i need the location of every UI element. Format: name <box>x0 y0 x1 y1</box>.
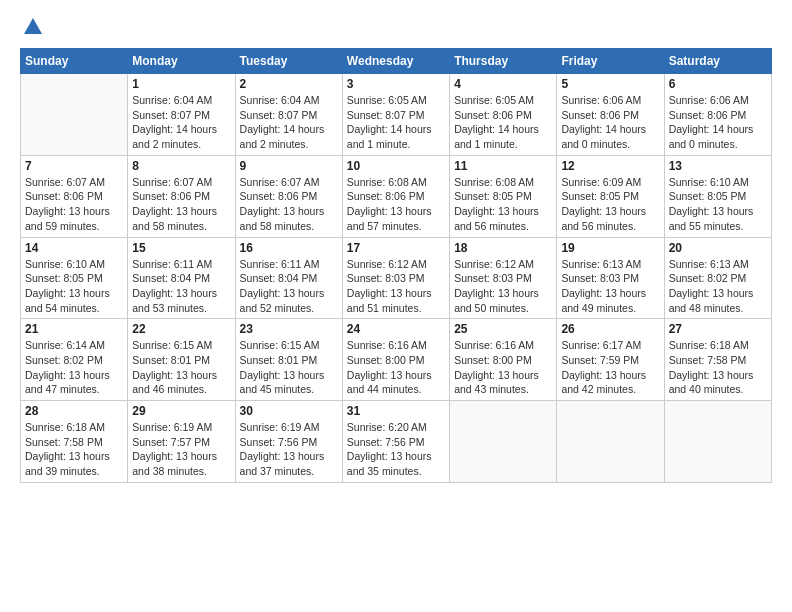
calendar-cell: 9Sunrise: 6:07 AMSunset: 8:06 PMDaylight… <box>235 155 342 237</box>
day-number: 9 <box>240 159 338 173</box>
day-info: Sunrise: 6:18 AMSunset: 7:58 PMDaylight:… <box>669 338 767 397</box>
calendar-cell <box>21 74 128 156</box>
day-info: Sunrise: 6:08 AMSunset: 8:05 PMDaylight:… <box>454 175 552 234</box>
weekday-header-wednesday: Wednesday <box>342 49 449 74</box>
day-info: Sunrise: 6:11 AMSunset: 8:04 PMDaylight:… <box>240 257 338 316</box>
day-info: Sunrise: 6:07 AMSunset: 8:06 PMDaylight:… <box>240 175 338 234</box>
day-info: Sunrise: 6:13 AMSunset: 8:02 PMDaylight:… <box>669 257 767 316</box>
week-row-2: 7Sunrise: 6:07 AMSunset: 8:06 PMDaylight… <box>21 155 772 237</box>
day-info: Sunrise: 6:06 AMSunset: 8:06 PMDaylight:… <box>561 93 659 152</box>
calendar-cell: 7Sunrise: 6:07 AMSunset: 8:06 PMDaylight… <box>21 155 128 237</box>
day-info: Sunrise: 6:04 AMSunset: 8:07 PMDaylight:… <box>240 93 338 152</box>
calendar-cell: 14Sunrise: 6:10 AMSunset: 8:05 PMDayligh… <box>21 237 128 319</box>
day-info: Sunrise: 6:12 AMSunset: 8:03 PMDaylight:… <box>347 257 445 316</box>
weekday-header-row: SundayMondayTuesdayWednesdayThursdayFrid… <box>21 49 772 74</box>
day-number: 25 <box>454 322 552 336</box>
calendar-cell: 4Sunrise: 6:05 AMSunset: 8:06 PMDaylight… <box>450 74 557 156</box>
day-number: 13 <box>669 159 767 173</box>
week-row-4: 21Sunrise: 6:14 AMSunset: 8:02 PMDayligh… <box>21 319 772 401</box>
day-info: Sunrise: 6:05 AMSunset: 8:06 PMDaylight:… <box>454 93 552 152</box>
day-info: Sunrise: 6:15 AMSunset: 8:01 PMDaylight:… <box>240 338 338 397</box>
calendar-cell: 1Sunrise: 6:04 AMSunset: 8:07 PMDaylight… <box>128 74 235 156</box>
day-number: 26 <box>561 322 659 336</box>
day-info: Sunrise: 6:16 AMSunset: 8:00 PMDaylight:… <box>454 338 552 397</box>
week-row-1: 1Sunrise: 6:04 AMSunset: 8:07 PMDaylight… <box>21 74 772 156</box>
day-info: Sunrise: 6:19 AMSunset: 7:56 PMDaylight:… <box>240 420 338 479</box>
day-number: 18 <box>454 241 552 255</box>
calendar-cell: 23Sunrise: 6:15 AMSunset: 8:01 PMDayligh… <box>235 319 342 401</box>
day-info: Sunrise: 6:15 AMSunset: 8:01 PMDaylight:… <box>132 338 230 397</box>
calendar-cell: 8Sunrise: 6:07 AMSunset: 8:06 PMDaylight… <box>128 155 235 237</box>
day-number: 28 <box>25 404 123 418</box>
weekday-header-sunday: Sunday <box>21 49 128 74</box>
day-number: 10 <box>347 159 445 173</box>
calendar-cell: 10Sunrise: 6:08 AMSunset: 8:06 PMDayligh… <box>342 155 449 237</box>
calendar-cell: 30Sunrise: 6:19 AMSunset: 7:56 PMDayligh… <box>235 401 342 483</box>
day-info: Sunrise: 6:13 AMSunset: 8:03 PMDaylight:… <box>561 257 659 316</box>
day-number: 8 <box>132 159 230 173</box>
day-number: 6 <box>669 77 767 91</box>
day-number: 20 <box>669 241 767 255</box>
day-number: 27 <box>669 322 767 336</box>
calendar-cell: 20Sunrise: 6:13 AMSunset: 8:02 PMDayligh… <box>664 237 771 319</box>
calendar-cell: 26Sunrise: 6:17 AMSunset: 7:59 PMDayligh… <box>557 319 664 401</box>
day-number: 5 <box>561 77 659 91</box>
calendar-cell: 31Sunrise: 6:20 AMSunset: 7:56 PMDayligh… <box>342 401 449 483</box>
day-info: Sunrise: 6:16 AMSunset: 8:00 PMDaylight:… <box>347 338 445 397</box>
weekday-header-thursday: Thursday <box>450 49 557 74</box>
calendar-table: SundayMondayTuesdayWednesdayThursdayFrid… <box>20 48 772 483</box>
day-number: 31 <box>347 404 445 418</box>
day-info: Sunrise: 6:18 AMSunset: 7:58 PMDaylight:… <box>25 420 123 479</box>
day-info: Sunrise: 6:09 AMSunset: 8:05 PMDaylight:… <box>561 175 659 234</box>
day-number: 1 <box>132 77 230 91</box>
day-info: Sunrise: 6:10 AMSunset: 8:05 PMDaylight:… <box>669 175 767 234</box>
day-number: 3 <box>347 77 445 91</box>
week-row-3: 14Sunrise: 6:10 AMSunset: 8:05 PMDayligh… <box>21 237 772 319</box>
day-number: 11 <box>454 159 552 173</box>
day-number: 16 <box>240 241 338 255</box>
day-info: Sunrise: 6:11 AMSunset: 8:04 PMDaylight:… <box>132 257 230 316</box>
calendar-cell: 17Sunrise: 6:12 AMSunset: 8:03 PMDayligh… <box>342 237 449 319</box>
calendar-cell: 16Sunrise: 6:11 AMSunset: 8:04 PMDayligh… <box>235 237 342 319</box>
calendar-cell: 3Sunrise: 6:05 AMSunset: 8:07 PMDaylight… <box>342 74 449 156</box>
calendar-cell: 24Sunrise: 6:16 AMSunset: 8:00 PMDayligh… <box>342 319 449 401</box>
calendar-cell: 5Sunrise: 6:06 AMSunset: 8:06 PMDaylight… <box>557 74 664 156</box>
calendar-cell <box>664 401 771 483</box>
calendar-cell: 29Sunrise: 6:19 AMSunset: 7:57 PMDayligh… <box>128 401 235 483</box>
svg-marker-0 <box>24 18 42 34</box>
day-number: 12 <box>561 159 659 173</box>
day-info: Sunrise: 6:17 AMSunset: 7:59 PMDaylight:… <box>561 338 659 397</box>
calendar-cell: 15Sunrise: 6:11 AMSunset: 8:04 PMDayligh… <box>128 237 235 319</box>
calendar-cell: 18Sunrise: 6:12 AMSunset: 8:03 PMDayligh… <box>450 237 557 319</box>
day-info: Sunrise: 6:08 AMSunset: 8:06 PMDaylight:… <box>347 175 445 234</box>
day-number: 21 <box>25 322 123 336</box>
calendar-cell: 22Sunrise: 6:15 AMSunset: 8:01 PMDayligh… <box>128 319 235 401</box>
calendar-cell: 25Sunrise: 6:16 AMSunset: 8:00 PMDayligh… <box>450 319 557 401</box>
day-info: Sunrise: 6:06 AMSunset: 8:06 PMDaylight:… <box>669 93 767 152</box>
calendar-cell: 12Sunrise: 6:09 AMSunset: 8:05 PMDayligh… <box>557 155 664 237</box>
weekday-header-monday: Monday <box>128 49 235 74</box>
day-number: 19 <box>561 241 659 255</box>
day-info: Sunrise: 6:07 AMSunset: 8:06 PMDaylight:… <box>132 175 230 234</box>
day-info: Sunrise: 6:05 AMSunset: 8:07 PMDaylight:… <box>347 93 445 152</box>
page: SundayMondayTuesdayWednesdayThursdayFrid… <box>0 0 792 493</box>
day-info: Sunrise: 6:12 AMSunset: 8:03 PMDaylight:… <box>454 257 552 316</box>
day-info: Sunrise: 6:19 AMSunset: 7:57 PMDaylight:… <box>132 420 230 479</box>
calendar-cell: 11Sunrise: 6:08 AMSunset: 8:05 PMDayligh… <box>450 155 557 237</box>
logo <box>20 16 44 38</box>
day-number: 23 <box>240 322 338 336</box>
calendar-cell: 19Sunrise: 6:13 AMSunset: 8:03 PMDayligh… <box>557 237 664 319</box>
day-info: Sunrise: 6:07 AMSunset: 8:06 PMDaylight:… <box>25 175 123 234</box>
weekday-header-saturday: Saturday <box>664 49 771 74</box>
day-number: 2 <box>240 77 338 91</box>
calendar-cell <box>557 401 664 483</box>
calendar-cell: 6Sunrise: 6:06 AMSunset: 8:06 PMDaylight… <box>664 74 771 156</box>
weekday-header-friday: Friday <box>557 49 664 74</box>
calendar-cell: 27Sunrise: 6:18 AMSunset: 7:58 PMDayligh… <box>664 319 771 401</box>
day-number: 15 <box>132 241 230 255</box>
day-info: Sunrise: 6:10 AMSunset: 8:05 PMDaylight:… <box>25 257 123 316</box>
day-number: 30 <box>240 404 338 418</box>
header <box>20 16 772 38</box>
calendar-cell: 2Sunrise: 6:04 AMSunset: 8:07 PMDaylight… <box>235 74 342 156</box>
calendar-cell: 13Sunrise: 6:10 AMSunset: 8:05 PMDayligh… <box>664 155 771 237</box>
